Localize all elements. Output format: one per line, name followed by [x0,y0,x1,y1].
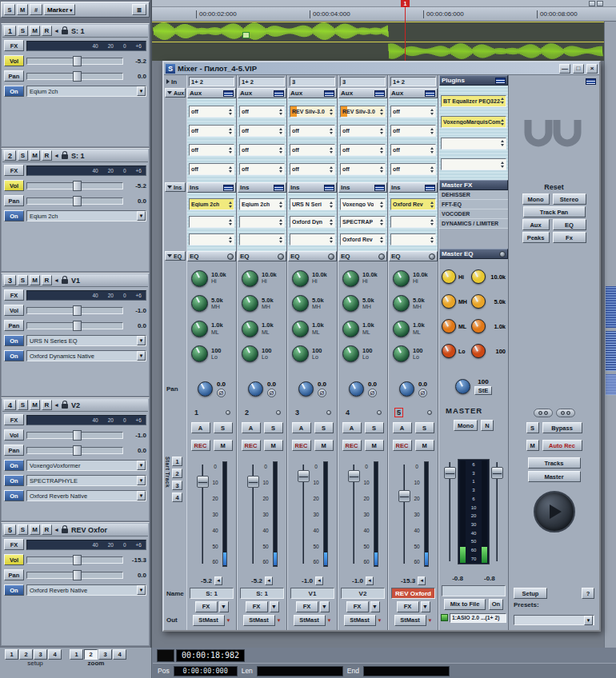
track-header[interactable]: 2SMR◄S: 1 [2,150,148,162]
plugin-select[interactable]: URS N Series EQ▾ [26,335,146,346]
stereo-link-icon[interactable] [556,409,575,417]
spinner-arrows[interactable] [430,201,434,208]
insert-slot[interactable] [390,233,436,245]
marker-flag[interactable]: 1 [401,0,410,7]
aux-slot[interactable]: off [340,144,386,156]
mute-button[interactable]: M [314,440,334,451]
track-m-button[interactable]: M [30,275,40,285]
spinner-arrows[interactable] [380,128,383,134]
plugin-on-button[interactable]: On [4,475,24,486]
help-button[interactable]: ? [582,588,594,599]
insert-slot[interactable]: Oxford Rev [390,198,436,210]
track-number[interactable]: 1 [4,26,16,36]
spinner-arrows[interactable] [229,237,232,243]
spinner-arrows[interactable] [330,166,333,173]
waveform-area[interactable] [152,22,604,61]
channel-input[interactable]: 3 [290,77,335,86]
pan-knob[interactable] [349,381,364,397]
output-menu-icon[interactable]: ▼ [277,618,282,623]
spinner-arrows[interactable] [430,128,434,134]
plugin-select[interactable]: Eqium 2ch▾ [26,86,146,97]
spinner-arrows[interactable] [279,219,282,225]
channel-s-button[interactable]: S [264,422,283,433]
solo-all-button[interactable]: S [4,4,15,15]
channel-name[interactable]: REV Oxford [391,588,435,599]
spinner-arrows[interactable] [330,201,333,208]
track-pan-button[interactable]: Pan [4,445,24,456]
spinner-arrows[interactable] [380,219,383,225]
channel-fx-button[interactable]: FX [346,601,369,612]
aux-slot[interactable]: REV Silv-3.0 [290,106,335,118]
minimize-button[interactable]: — [559,64,570,74]
channel-number[interactable]: 2 [243,409,250,417]
menu-icon[interactable] [324,90,334,97]
master-mono-button[interactable]: Mono [454,420,478,431]
record-button[interactable]: REC [292,440,311,451]
channel-input[interactable]: 3 [340,77,386,86]
track-s-button[interactable]: S [18,26,28,36]
auto-rec-button[interactable]: Auto Rec [542,440,582,451]
master-fader-left[interactable] [444,457,456,566]
spinner-arrows[interactable] [330,219,333,225]
track-vol-button[interactable]: Vol [4,180,24,191]
output-menu-icon[interactable]: ▼ [428,618,433,623]
aux-slot[interactable]: REV Silv-3.0 [340,106,386,118]
insert-slot[interactable]: Oxford Dyn [290,216,335,228]
aux-rail-button[interactable]: Aux [165,88,186,98]
channel-fx-button[interactable]: FX [195,601,218,612]
spinner-arrows[interactable] [501,162,504,168]
aux-slot[interactable]: off [340,125,386,137]
track-s-button[interactable]: S [18,150,28,161]
spinner-arrows[interactable] [380,147,383,154]
spinner-arrows[interactable] [330,128,333,134]
reset-fx-button[interactable]: Fx [553,232,586,243]
track-volume-slider[interactable] [26,556,123,564]
menu-icon[interactable] [374,185,385,191]
track-r-button[interactable]: R [42,524,52,535]
plugin-select[interactable]: Oxford Reverb Native▾ [26,490,146,501]
aux-slot[interactable]: off [189,125,234,137]
channel-fader[interactable] [298,460,310,568]
plugin-on-button[interactable]: On [4,350,24,361]
output-select[interactable]: StMast [344,615,376,626]
eq-knob[interactable] [191,321,208,337]
eq-knob[interactable] [393,295,410,312]
master-plugin-slot[interactable]: BT Equalizer PEQ322-3 [441,95,506,107]
menu-icon[interactable] [495,78,506,84]
start-track-2-button[interactable]: 2 [172,469,182,478]
spinner-arrows[interactable] [279,109,282,115]
track-volume-slider[interactable] [26,307,123,314]
pan-knob[interactable] [298,381,314,397]
channel-fx-button[interactable]: FX [296,601,318,612]
phase-button[interactable]: Ø [418,389,427,397]
spinner-arrows[interactable] [430,166,434,173]
aux-slot[interactable]: off [290,125,335,137]
setup-button[interactable]: Setup [514,588,547,599]
output-select[interactable]: StMast [294,615,326,626]
aux-slot[interactable]: off [239,144,285,156]
track-m-button[interactable]: M [30,150,40,161]
mute-button[interactable]: M [264,440,283,451]
channel-a-button[interactable]: A [292,422,311,433]
aux-slot[interactable]: off [390,125,436,137]
plugin-select[interactable]: SPECTRAPHYLE▾ [26,475,146,486]
reset-eq-button[interactable]: EQ [553,219,586,230]
stereo-link-icon[interactable] [534,409,553,417]
spinner-arrows[interactable] [501,140,504,146]
track-fx-button[interactable]: FX [4,539,24,550]
aux-slot[interactable]: off [239,106,285,118]
fader-reset-button[interactable]: ◄ [366,576,374,585]
menu-icon[interactable] [223,90,234,97]
insert-slot[interactable]: Eqium 2ch [239,198,285,210]
track-number[interactable]: 3 [4,275,16,285]
stereo-enhance-button[interactable]: StE [474,386,492,395]
eq-knob[interactable] [292,270,309,287]
track-number[interactable]: 4 [4,400,16,410]
maximize-button[interactable]: □ [573,64,584,74]
mute-all-button[interactable]: M [17,4,28,15]
track-fx-button[interactable]: FX [4,414,24,425]
menu-icon[interactable] [425,185,435,191]
output-select[interactable]: StMast [243,615,275,626]
reset-stereo-button[interactable]: Stereo [553,193,586,205]
eq-knob[interactable] [242,295,258,312]
